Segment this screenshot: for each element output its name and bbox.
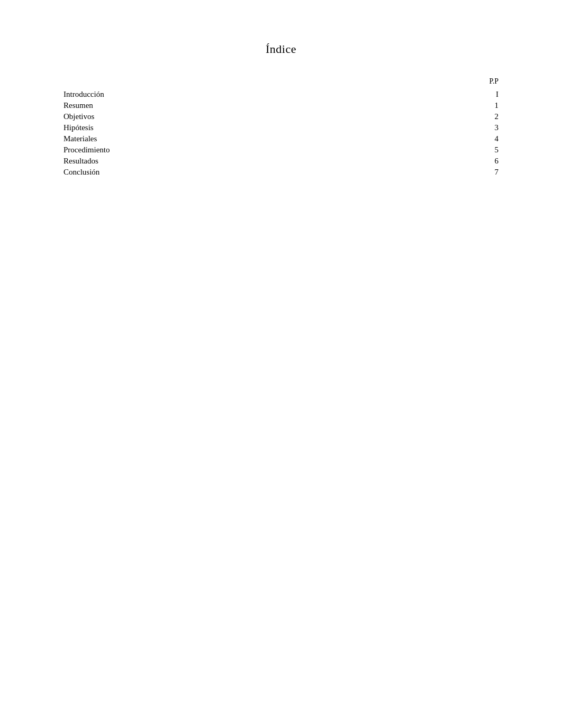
toc-item-page: I [433, 89, 498, 100]
toc-body: IntroducciónIResumen1Objetivos2Hipótesis… [64, 89, 498, 178]
toc-row: Resultados6 [64, 156, 498, 167]
toc-item-page: 4 [433, 133, 498, 144]
toc-item-label: Resultados [64, 156, 433, 167]
toc-item-label: Conclusión [64, 167, 433, 178]
toc-item-page: 2 [433, 111, 498, 122]
toc-item-label: Resumen [64, 100, 433, 111]
toc-row: Procedimiento5 [64, 144, 498, 156]
toc-item-page: 6 [433, 156, 498, 167]
toc-item-page: 5 [433, 144, 498, 156]
toc-row: IntroducciónI [64, 89, 498, 100]
toc-header-page-label: P.P [433, 77, 498, 89]
toc-row: Conclusión7 [64, 167, 498, 178]
toc-row: Hipótesis3 [64, 122, 498, 133]
toc-item-page: 7 [433, 167, 498, 178]
toc-item-label: Hipótesis [64, 122, 433, 133]
document-page: Índice P.P IntroducciónIResumen1Objetivo… [0, 0, 562, 728]
toc-row: Resumen1 [64, 100, 498, 111]
toc-item-page: 1 [433, 100, 498, 111]
toc-header-row: P.P [64, 77, 498, 89]
toc-item-page: 3 [433, 122, 498, 133]
toc-item-label: Objetivos [64, 111, 433, 122]
toc-item-label: Materiales [64, 133, 433, 144]
toc-table: P.P IntroducciónIResumen1Objetivos2Hipót… [64, 77, 498, 178]
toc-item-label: Introducción [64, 89, 433, 100]
page-title: Índice [64, 42, 498, 56]
toc-header-empty [64, 77, 433, 89]
toc-row: Objetivos2 [64, 111, 498, 122]
toc-item-label: Procedimiento [64, 144, 433, 156]
toc-row: Materiales4 [64, 133, 498, 144]
